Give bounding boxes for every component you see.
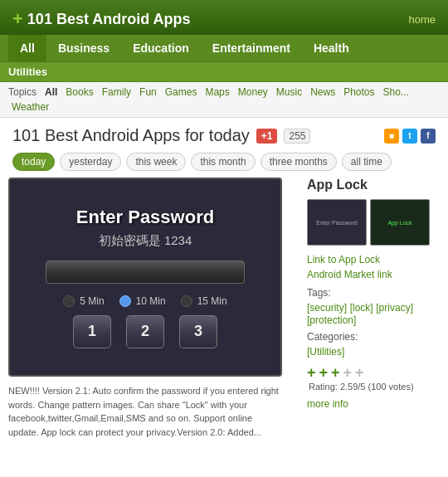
topic-games[interactable]: Games — [162, 85, 201, 99]
rating-star-4: + — [343, 364, 353, 382]
g1-button[interactable]: +1 — [256, 129, 278, 144]
rating-text: Rating: 2.59/5 (100 votes) — [309, 382, 440, 392]
nav-health[interactable]: Health — [302, 35, 361, 61]
categories-label: Categories: — [307, 331, 440, 343]
android-market-link[interactable]: Android Market link — [307, 269, 440, 280]
sidebar: App Lock Enter Password App Lock Link to… — [299, 178, 440, 442]
twitter-icon[interactable]: t — [402, 129, 417, 144]
nav-utilities[interactable]: Utilities — [8, 66, 47, 78]
app-dot-5min — [63, 295, 75, 307]
tag-lock[interactable]: [lock] — [350, 302, 373, 314]
topic-maps[interactable]: Maps — [202, 85, 232, 99]
app-num-2[interactable]: 2 — [126, 315, 164, 348]
app-image-subtitle: 初始密碼是 1234 — [99, 233, 192, 249]
more-info-link[interactable]: more info — [307, 398, 440, 410]
sidebar-categories-section: Categories: [Utilities] — [307, 331, 440, 358]
app-image-bar — [46, 260, 245, 284]
app-num-3[interactable]: 3 — [179, 315, 217, 348]
app-btn-10min[interactable]: 10 Min — [119, 295, 166, 307]
nav-business[interactable]: Business — [46, 35, 121, 61]
topic-weather[interactable]: Weather — [8, 100, 52, 114]
tags-label: Tags: — [307, 287, 440, 299]
filter-this-month[interactable]: this month — [191, 153, 255, 171]
rss-icon[interactable]: ■ — [384, 129, 399, 144]
link-to-app-lock[interactable]: Link to App Lock — [307, 254, 440, 265]
topic-sho[interactable]: Sho... — [380, 85, 412, 99]
filter-this-week[interactable]: this week — [126, 153, 186, 171]
tag-privacy[interactable]: [privacy] — [376, 302, 413, 314]
filter-yesterday[interactable]: yesterday — [60, 153, 121, 171]
nav-all[interactable]: All — [8, 35, 46, 61]
app-buttons-row: 5 Min 10 Min 15 Min — [63, 295, 226, 307]
tag-security[interactable]: [security] — [307, 302, 347, 314]
home-link[interactable]: home — [408, 13, 436, 26]
plus-icon: + — [12, 8, 23, 30]
topic-books[interactable]: Books — [62, 85, 96, 99]
rating-star-1: + — [307, 364, 316, 382]
rating-star-3: + — [331, 364, 340, 382]
category-utilities[interactable]: [Utilities] — [307, 346, 344, 358]
content-area: Enter Password 初始密碼是 1234 5 Min 10 Min 1… — [0, 178, 448, 450]
topics-bar: Topics All Books Family Fun Games Maps M… — [0, 82, 448, 118]
main-nav: All Business Education Entertainment Hea… — [0, 35, 448, 62]
topic-money[interactable]: Money — [235, 85, 271, 99]
app-dot-15min — [181, 295, 192, 307]
app-btn-5min[interactable]: 5 Min — [63, 295, 104, 307]
site-title: 101 Best Android Apps — [27, 11, 191, 28]
topic-music[interactable]: Music — [273, 85, 305, 99]
sidebar-thumbs: Enter Password App Lock — [307, 199, 440, 246]
social-icons: ■ t f — [384, 129, 436, 144]
app-btn-10min-label: 10 Min — [136, 295, 166, 307]
rating-star-2: + — [319, 364, 329, 382]
app-num-1[interactable]: 1 — [73, 315, 111, 348]
sidebar-thumb-2[interactable]: App Lock — [370, 199, 430, 246]
topic-fun[interactable]: Fun — [136, 85, 160, 99]
app-btn-15min-label: 15 Min — [197, 295, 227, 307]
topic-family[interactable]: Family — [99, 85, 134, 99]
app-btn-5min-label: 5 Min — [80, 295, 104, 307]
nav-entertainment[interactable]: Entertainment — [201, 35, 302, 61]
rating-star-5: + — [355, 364, 364, 382]
page-title-bar: 101 Best Android Apps for today +1 255 ■… — [0, 118, 448, 149]
sidebar-title: App Lock — [307, 178, 440, 192]
count-badge: 255 — [284, 129, 310, 144]
app-num-row: 1 2 3 — [73, 315, 217, 348]
app-image-title: Enter Password — [76, 207, 214, 228]
main-content: Enter Password 初始密碼是 1234 5 Min 10 Min 1… — [8, 178, 299, 442]
filter-three-months[interactable]: three months — [261, 153, 337, 171]
topic-news[interactable]: News — [307, 85, 338, 99]
utilities-nav: Utilities — [0, 62, 448, 82]
rating-row: + + + + + — [307, 364, 440, 382]
app-dot-10min — [119, 295, 131, 307]
topics-label: Topics — [8, 86, 37, 98]
filter-today[interactable]: today — [12, 153, 55, 171]
nav-education[interactable]: Education — [121, 35, 201, 61]
topic-photos[interactable]: Photos — [340, 85, 377, 99]
filter-tabs: today yesterday this week this month thr… — [0, 149, 448, 178]
tags-row: [security] [lock] [privacy] [protection] — [307, 301, 440, 326]
app-btn-15min[interactable]: 15 Min — [181, 295, 227, 307]
topic-all[interactable]: All — [41, 85, 61, 99]
page-title: 101 Best Android Apps for today — [12, 126, 250, 145]
filter-all-time[interactable]: all time — [342, 153, 392, 171]
app-description: NEW!!!! Version 2.1: Auto confirm the pa… — [8, 381, 282, 442]
header: + 101 Best Android Apps home — [0, 0, 448, 35]
sidebar-thumb-1[interactable]: Enter Password — [307, 199, 367, 246]
sidebar-tags-section: Tags: [security] [lock] [privacy] [prote… — [307, 287, 440, 326]
app-image: Enter Password 初始密碼是 1234 5 Min 10 Min 1… — [8, 178, 282, 377]
facebook-icon[interactable]: f — [421, 129, 436, 144]
tag-protection[interactable]: [protection] — [307, 314, 356, 326]
